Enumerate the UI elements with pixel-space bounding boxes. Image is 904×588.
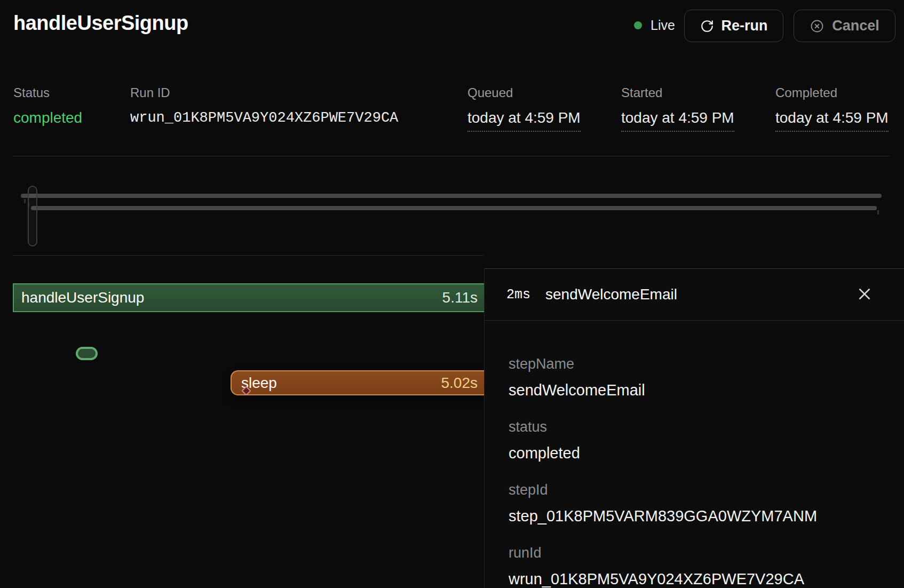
timeline-scrubber-handle[interactable] (28, 186, 37, 247)
meta-run-id-label: Run ID (130, 85, 398, 100)
field-stepid-value: step_01K8PM5VARM839GGA0WZYM7ANM (509, 505, 883, 527)
live-label: Live (651, 18, 675, 33)
step-detail-header: 2ms sendWelcomeEmail (485, 269, 904, 321)
meta-run-id-value: wrun_01K8PM5VA9Y024XZ6PWE7V29CA (130, 109, 398, 126)
cancel-button[interactable]: Cancel (794, 10, 895, 42)
meta-status: Status completed (13, 85, 82, 126)
field-runid-value: wrun_01K8PM5VA9Y024XZ6PWE7V29CA (509, 568, 883, 588)
meta-run-id: Run ID wrun_01K8PM5VA9Y024XZ6PWE7V29CA (130, 85, 398, 126)
close-icon (857, 286, 873, 304)
header-divider (13, 156, 890, 156)
step-detail-fields: stepName sendWelcomeEmail status complet… (485, 321, 904, 588)
meta-started-label: Started (621, 85, 734, 100)
field-runid-label: runId (509, 544, 883, 562)
field-status-value: completed (509, 442, 883, 464)
live-indicator: Live (634, 18, 675, 33)
rerun-icon (700, 19, 714, 33)
minimap-tick (877, 210, 879, 214)
cancel-icon (810, 19, 824, 34)
meta-queued: Queued today at 4:59 PM (467, 85, 581, 132)
workflow-bar-label: handleUserSignup (21, 289, 144, 306)
step-detail-panel: 2ms sendWelcomeEmail stepName sendWelcom… (484, 268, 904, 588)
live-dot-icon (634, 21, 642, 29)
meta-completed: Completed today at 4:59 PM (775, 85, 889, 132)
field-stepid-label: stepId (509, 481, 883, 499)
step-detail-title: sendWelcomeEmail (545, 286, 677, 303)
gantt-divider (13, 255, 484, 256)
rerun-label: Re-run (721, 18, 768, 34)
minimap-tick (24, 199, 26, 203)
field-stepname: stepName sendWelcomeEmail (509, 355, 883, 401)
panel-close-button[interactable] (853, 283, 876, 306)
gantt-step-pill-sendwelcomeemail[interactable] (76, 347, 98, 360)
sleep-bar-duration: 5.02s (441, 375, 478, 392)
workflow-run-page: handleUserSignup Live Re-run Cancel Stat… (0, 0, 904, 588)
meta-status-value: completed (13, 109, 82, 126)
field-status-label: status (509, 418, 883, 436)
meta-queued-label: Queued (467, 85, 581, 100)
meta-completed-label: Completed (775, 85, 889, 100)
field-runid: runId wrun_01K8PM5VA9Y024XZ6PWE7V29CA (509, 544, 883, 588)
rerun-button[interactable]: Re-run (684, 10, 783, 42)
page-title: handleUserSignup (13, 12, 188, 35)
field-status: status completed (509, 418, 883, 464)
minimap-workflow-bar (21, 194, 882, 198)
cancel-label: Cancel (832, 18, 879, 34)
gantt-workflow-bar[interactable]: handleUserSignup 5.11s (13, 283, 484, 312)
field-stepname-value: sendWelcomeEmail (509, 379, 883, 401)
step-duration-badge: 2ms (506, 287, 530, 303)
field-stepid: stepId step_01K8PM5VARM839GGA0WZYM7ANM (509, 481, 883, 527)
gantt-sleep-bar[interactable]: sleep 5.02s (231, 370, 484, 395)
field-stepname-label: stepName (509, 355, 883, 373)
meta-status-label: Status (13, 85, 82, 100)
workflow-bar-duration: 5.11s (442, 289, 478, 306)
meta-started: Started today at 4:59 PM (621, 85, 734, 132)
meta-completed-value[interactable]: today at 4:59 PM (775, 109, 889, 132)
meta-queued-value[interactable]: today at 4:59 PM (467, 109, 581, 132)
minimap-sleep-bar (31, 206, 877, 210)
meta-started-value[interactable]: today at 4:59 PM (621, 109, 734, 132)
